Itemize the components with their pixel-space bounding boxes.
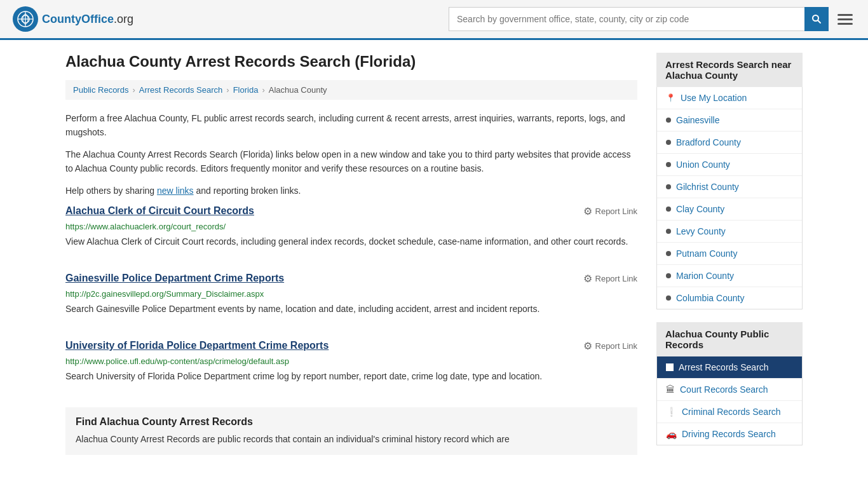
menu-button[interactable] — [835, 11, 855, 27]
dot-icon — [666, 162, 671, 167]
dot-icon — [666, 295, 671, 301]
sidebar-link-marion[interactable]: Marion County — [657, 265, 802, 287]
square-icon — [666, 363, 674, 371]
sidebar-record-arrest[interactable]: Arrest Records Search — [657, 356, 802, 379]
breadcrumb-current: Alachua County — [269, 85, 327, 95]
search-button[interactable] — [804, 7, 829, 31]
report-link-button-3[interactable]: ⚙ Report Link — [583, 340, 637, 352]
logo[interactable]: CountyOffice.org — [13, 6, 133, 32]
dot-icon — [666, 118, 671, 123]
sidebar-record-court[interactable]: 🏛 Court Records Search — [657, 379, 802, 401]
main-content: Alachua County Arrest Records Search (Fl… — [65, 53, 637, 458]
page-title: Alachua County Arrest Records Search (Fl… — [65, 53, 637, 71]
breadcrumb-link-florida[interactable]: Florida — [233, 85, 259, 95]
report-link-button-1[interactable]: ⚙ Report Link — [583, 205, 637, 217]
report-icon-2: ⚙ — [583, 273, 592, 285]
result-desc-2: Search Gainesville Police Department eve… — [65, 302, 637, 316]
sidebar-link-union[interactable]: Union County — [657, 154, 802, 176]
result-item: Alachua Clerk of Circuit Court Records ⚙… — [65, 205, 637, 255]
result-url-2: http://p2c.gainesvillepd.org/Summary_Dis… — [65, 289, 637, 299]
search-area — [449, 7, 855, 31]
bank-icon: 🏛 — [666, 384, 675, 395]
logo-icon — [13, 6, 38, 32]
page-header: CountyOffice.org — [0, 0, 868, 40]
sidebar-record-criminal[interactable]: ❕ Criminal Records Search — [657, 401, 802, 423]
description-1: Perform a free Alachua County, FL public… — [65, 111, 637, 140]
dot-icon — [666, 184, 671, 189]
sidebar-record-driving[interactable]: 🚗 Driving Records Search — [657, 423, 802, 445]
dot-icon — [666, 229, 671, 234]
report-link-button-2[interactable]: ⚙ Report Link — [583, 273, 637, 285]
sidebar-link-gilchrist[interactable]: Gilchrist County — [657, 176, 802, 198]
search-input[interactable] — [449, 7, 804, 31]
result-desc-3: Search University of Florida Police Depa… — [65, 370, 637, 383]
result-desc-1: View Alachua Clerk of Circuit Court reco… — [65, 235, 637, 248]
sidebar-link-putnam[interactable]: Putnam County — [657, 243, 802, 265]
public-records-header: Alachua County Public Records — [656, 322, 803, 356]
result-item: Gainesville Police Department Crime Repo… — [65, 273, 637, 322]
breadcrumb-link-public-records[interactable]: Public Records — [73, 85, 128, 95]
result-url-3: http://www.police.ufl.edu/wp-content/asp… — [65, 356, 637, 366]
search-icon — [811, 14, 822, 24]
public-records-section: Alachua County Public Records Arrest Rec… — [656, 322, 803, 445]
result-title-3[interactable]: University of Florida Police Department … — [65, 340, 329, 351]
description-2: The Alachua County Arrest Records Search… — [65, 147, 637, 176]
logo-text: CountyOffice.org — [42, 13, 133, 26]
svg-line-6 — [818, 20, 820, 23]
dot-icon — [666, 273, 671, 278]
result-url-1: https://www.alachuaclerk.org/court_recor… — [65, 222, 637, 231]
breadcrumb: Public Records › Arrest Records Search ›… — [65, 80, 637, 100]
use-my-location-link[interactable]: 📍 Use My Location — [657, 87, 802, 109]
public-records-links: Arrest Records Search 🏛 Court Records Se… — [656, 356, 803, 445]
report-icon-1: ⚙ — [583, 205, 592, 217]
sidebar-link-levy[interactable]: Levy County — [657, 220, 802, 243]
dot-icon — [666, 251, 671, 256]
sidebar: Arrest Records Search near Alachua Count… — [656, 53, 803, 458]
car-icon: 🚗 — [666, 429, 677, 439]
description-section: Perform a free Alachua County, FL public… — [65, 111, 637, 198]
result-item: University of Florida Police Department … — [65, 340, 637, 390]
result-title-2[interactable]: Gainesville Police Department Crime Repo… — [65, 273, 284, 284]
location-pin-icon: 📍 — [666, 93, 675, 102]
result-title-1[interactable]: Alachua Clerk of Circuit Court Records — [65, 205, 254, 217]
sidebar-link-columbia[interactable]: Columbia County — [657, 287, 802, 309]
find-desc: Alachua County Arrest Records are public… — [76, 433, 627, 446]
nearby-links: 📍 Use My Location Gainesville Bradford C… — [656, 87, 803, 309]
result-header: Gainesville Police Department Crime Repo… — [65, 273, 637, 287]
result-header: Alachua Clerk of Circuit Court Records ⚙… — [65, 205, 637, 219]
find-title: Find Alachua County Arrest Records — [76, 416, 627, 428]
dot-icon — [666, 207, 671, 212]
nearby-section: Arrest Records Search near Alachua Count… — [656, 53, 803, 309]
dot-icon — [666, 140, 671, 145]
sidebar-link-gainesville[interactable]: Gainesville — [657, 109, 802, 132]
report-icon-3: ⚙ — [583, 340, 592, 352]
find-section: Find Alachua County Arrest Records Alach… — [65, 407, 637, 455]
sidebar-link-bradford[interactable]: Bradford County — [657, 132, 802, 154]
result-header: University of Florida Police Department … — [65, 340, 637, 354]
exclaim-icon: ❕ — [666, 407, 677, 417]
breadcrumb-link-arrest-records[interactable]: Arrest Records Search — [139, 85, 223, 95]
nearby-header: Arrest Records Search near Alachua Count… — [656, 53, 803, 87]
sidebar-link-clay[interactable]: Clay County — [657, 198, 802, 220]
description-3: Help others by sharing new links and rep… — [65, 184, 637, 198]
main-container: Alachua County Arrest Records Search (Fl… — [53, 40, 815, 471]
new-links-link[interactable]: new links — [157, 186, 194, 196]
